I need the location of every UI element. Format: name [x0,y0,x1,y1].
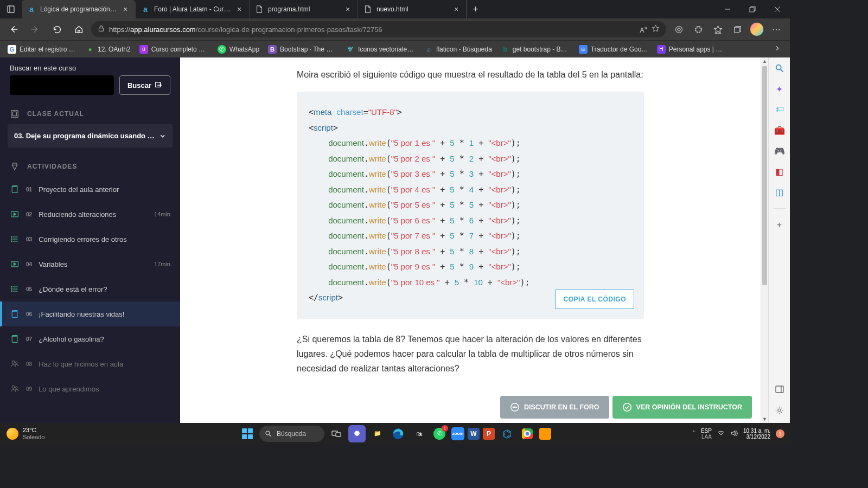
svg-rect-13 [12,112,16,115]
favorites-icon[interactable] [709,20,727,38]
favorite-icon[interactable] [652,24,660,34]
back-button[interactable] [4,20,23,38]
activity-item-05[interactable]: 05¿Dónde está el error? [0,277,180,301]
maximize-button[interactable] [740,0,765,18]
search-button[interactable]: Buscar [119,75,170,95]
office-icon[interactable]: ◧ [773,165,786,178]
copilot-icon[interactable]: ✦ [773,82,786,95]
store-app-icon[interactable]: 🛍 [410,425,427,442]
tab-2[interactable]: a Foro | Alura Latam - Cursos onlin × [136,0,250,18]
vscode-app-icon[interactable]: ⌬ [498,425,515,442]
edge-sidebar: ✦ 🏷 🧰 🎮 ◧ ◫ + [768,57,790,423]
weather-widget[interactable]: 23°CSoleado [0,427,51,440]
menu-button[interactable]: ⋯ [767,20,786,38]
zoom-app-icon[interactable]: zoom [451,427,464,440]
close-icon[interactable]: × [121,5,130,14]
bookmark-item[interactable]: HPersonal apps | Her... [654,43,730,56]
tab-3[interactable]: programa.html × [250,0,358,18]
bookmark-item[interactable]: GTraductor de Google [576,43,652,56]
bookmark-item[interactable]: ⩔Iconos vectoriales y... [343,43,419,56]
copy-code-button[interactable]: COPIA EL CÓDIGO [555,290,634,309]
close-icon[interactable]: × [452,5,461,14]
chrome-app-icon[interactable] [519,425,536,442]
taskbar-search[interactable]: Búsqueda [259,426,324,442]
hide-sidebar-icon[interactable] [773,383,786,396]
add-icon[interactable]: + [773,219,786,232]
search-input[interactable] [10,75,114,95]
volume-icon[interactable] [730,429,738,438]
bookmark-item[interactable]: BBootstrap · The mo... [265,43,341,56]
activity-item-02[interactable]: 02Reduciendo alteraciones14min [0,202,180,227]
discuss-forum-button[interactable]: DISCUTIR EN EL FORO [500,396,609,419]
current-class-dropdown[interactable]: 03. Deje su programa dinámico usando Var… [8,124,173,147]
svg-rect-42 [242,428,247,433]
activity-duration: 14min [154,211,170,217]
notification-badge[interactable]: 1 [776,429,784,438]
settings-icon[interactable] [773,403,786,416]
bookmark-item[interactable]: ûCurso completo de... [136,43,212,56]
activity-item-03[interactable]: 03Corrigiendo errores de otros [0,227,180,252]
language-indicator[interactable]: ESPLAA [701,428,712,440]
clock[interactable]: 10:31 a. m.3/12/2022 [743,428,770,440]
wifi-icon[interactable] [717,429,725,438]
tab-4[interactable]: nuevo.html × [358,0,467,18]
tray-overflow-icon[interactable]: ˄ [692,430,695,437]
sublime-app-icon[interactable] [539,428,551,440]
svg-point-30 [12,386,15,388]
activity-item-04[interactable]: 04Variables17min [0,252,180,277]
svg-rect-49 [336,433,341,436]
activity-item-08[interactable]: 08Haz lo que hicimos en aula [0,351,180,376]
bookmarks-overflow-button[interactable] [769,42,786,56]
word-app-icon[interactable]: W [468,428,480,440]
powerpoint-app-icon[interactable]: P [483,428,495,440]
adblock-icon[interactable] [669,20,688,38]
bookmark-item[interactable]: bget bootstrap - Bús... [497,43,573,56]
svg-point-28 [12,361,15,363]
whatsapp-app-icon[interactable]: ✆1 [431,425,448,442]
scroll-up-arrow[interactable]: ▲ [761,57,768,65]
minimize-button[interactable] [715,0,740,18]
outlook-icon[interactable]: ◫ [773,185,786,198]
close-icon[interactable]: × [343,5,352,14]
start-button[interactable] [239,425,256,442]
shopping-icon[interactable]: 🏷 [773,103,786,116]
tab-actions-button[interactable] [0,0,22,18]
search-icon[interactable] [773,62,786,75]
instructor-opinion-button[interactable]: VER OPINIÓN DEL INSTRUCTOR [612,396,752,419]
activity-item-06[interactable]: 06¡Facilitando nuestras vidas! [0,301,180,326]
activity-number: 04 [26,261,32,267]
taskview-button[interactable] [328,425,345,442]
svg-rect-0 [8,6,14,12]
collections-icon[interactable] [728,20,746,38]
explorer-app-icon[interactable]: 📁 [369,425,386,442]
search-icon: ⌕ [424,45,433,54]
activity-item-09[interactable]: 09Lo que aprendimos [0,376,180,401]
close-icon[interactable]: × [235,5,244,14]
activity-label: Corrigiendo errores de otros [39,235,127,243]
forward-button[interactable] [26,20,44,38]
reader-icon[interactable]: A» [640,25,647,34]
bookmark-item[interactable]: ⌕flaticon - Búsqueda [421,43,495,56]
bookmark-item[interactable]: ●12. OAuth2 [82,43,134,56]
games-icon[interactable]: 🎮 [773,144,786,157]
activity-item-07[interactable]: 07¿Alcohol o gasolina? [0,326,180,351]
new-tab-button[interactable]: + [467,0,484,18]
tab-title: nuevo.html [376,5,448,13]
bookmark-item[interactable]: GEditar el registro de... [4,43,80,56]
system-tray: ˄ ESPLAA 10:31 a. m.3/12/2022 1 [692,428,790,440]
tab-1[interactable]: a Lógica de programación: Primero × [22,0,136,18]
profile-button[interactable] [748,20,766,38]
chat-app-icon[interactable] [348,425,366,442]
scrollbar-thumb[interactable] [762,66,767,285]
tools-icon[interactable]: 🧰 [773,124,786,137]
address-bar[interactable]: https://app.aluracursos.com/course/logic… [91,21,666,37]
edge-app-icon[interactable] [390,425,407,442]
extensions-icon[interactable] [689,20,707,38]
activity-item-01[interactable]: 01Proyecto del aula anterior [0,177,180,202]
bookmark-item[interactable]: ✆WhatsApp [214,43,263,56]
vertical-scrollbar[interactable]: ▲ ▼ [761,57,768,423]
scroll-down-arrow[interactable]: ▼ [761,415,768,423]
close-window-button[interactable] [765,0,790,18]
refresh-button[interactable] [48,20,66,38]
home-button[interactable] [69,20,88,38]
